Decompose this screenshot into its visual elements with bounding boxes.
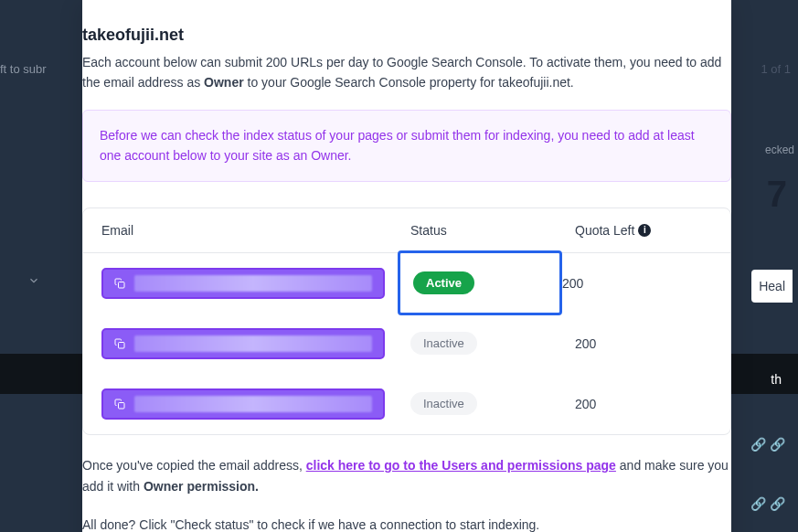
quota-label: Quota Left: [575, 223, 634, 238]
bg-pagination: 1 of 1: [761, 62, 791, 76]
copy-icon: [114, 278, 125, 289]
email-copy-pill[interactable]: [101, 388, 385, 420]
status-badge-active: Active: [413, 271, 474, 294]
bg-th-text: th: [771, 372, 782, 387]
bg-checked-label: ecked: [765, 144, 794, 156]
accounts-table: Email Status Quota Left i: [82, 207, 731, 435]
email-redacted: [134, 396, 372, 412]
status-highlighted: Active: [398, 250, 562, 315]
footer-strong: Owner permission.: [144, 479, 259, 494]
bg-stat-number: 7: [767, 174, 787, 215]
domain-title: takeofujii.net: [82, 26, 731, 52]
svg-rect-1: [119, 342, 125, 348]
quota-value: 200: [575, 397, 712, 411]
quota-value: 200: [575, 336, 712, 351]
warning-banner: Before we can check the index status of …: [82, 110, 731, 182]
column-status: Status: [410, 223, 575, 238]
copy-icon: [114, 399, 125, 410]
table-row: Inactive 200: [83, 314, 730, 374]
email-redacted: [134, 275, 372, 292]
table-header: Email Status Quota Left i: [83, 208, 730, 253]
table-row: Inactive 200: [83, 374, 730, 434]
email-copy-pill[interactable]: [101, 268, 385, 299]
status-badge-inactive: Inactive: [410, 332, 477, 355]
bg-heal-button[interactable]: Heal: [751, 270, 793, 303]
bg-partial-text: ft to subr: [0, 62, 47, 76]
status-badge-inactive: Inactive: [410, 392, 477, 415]
column-quota: Quota Left i: [575, 223, 712, 238]
copy-icon: [114, 338, 125, 349]
bg-action-icons[interactable]: 🔗 🔗: [750, 437, 785, 452]
accounts-modal: takeofujii.net Each account below can su…: [82, 0, 731, 532]
intro-description: Each account below can submit 200 URLs p…: [82, 52, 731, 110]
table-row: Active 200: [83, 253, 730, 314]
email-copy-pill[interactable]: [101, 328, 385, 359]
bg-action-icons[interactable]: 🔗 🔗: [750, 496, 785, 511]
intro-strong: Owner: [204, 75, 244, 90]
svg-rect-2: [119, 402, 125, 409]
users-permissions-link[interactable]: click here to go to the Users and permis…: [306, 458, 616, 473]
quota-value: 200: [562, 276, 712, 291]
footer-text-part: Once you've copied the email address,: [82, 458, 306, 473]
svg-rect-0: [119, 282, 125, 288]
footer-instructions: Once you've copied the email address, cl…: [82, 455, 731, 499]
intro-text-part: to your Google Search Console property f…: [244, 75, 574, 90]
email-redacted: [134, 335, 372, 352]
footer-check-status: All done? Click "Check status" to check …: [82, 515, 731, 532]
column-email: Email: [101, 223, 410, 238]
chevron-down-icon[interactable]: [27, 274, 40, 291]
warning-text: Before we can check the index status of …: [100, 125, 714, 166]
info-icon[interactable]: i: [638, 224, 651, 237]
